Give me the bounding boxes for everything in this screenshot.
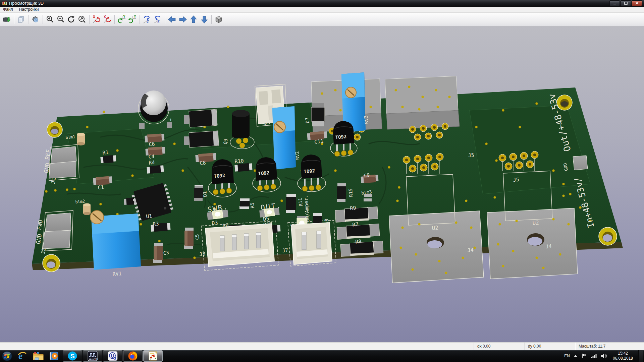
reload-board-button[interactable] xyxy=(1,14,12,25)
label-to92-4: TO92 xyxy=(335,134,347,140)
arrow-down-icon xyxy=(200,15,209,24)
label-r7: R7 xyxy=(352,222,359,228)
redraw-icon xyxy=(67,15,76,24)
svg-text:Z: Z xyxy=(147,20,149,24)
language-indicator[interactable]: EN xyxy=(564,354,570,358)
label-j3: J3 xyxy=(199,251,206,257)
rotate-z-ccw-button[interactable]: Z xyxy=(152,14,163,25)
status-dy: dy 0.00 xyxy=(528,344,541,349)
close-button[interactable] xyxy=(632,0,642,6)
label-to92-1: TO92 xyxy=(214,173,225,179)
label-to92-3: TO92 xyxy=(304,168,315,175)
label-r13: R13 xyxy=(323,219,330,228)
maximize-button[interactable] xyxy=(621,0,631,6)
label-c5: C5 xyxy=(194,234,200,240)
label-u2-right: U2 xyxy=(532,220,539,226)
label-c9: C9 xyxy=(364,172,370,178)
label-r3: R3 xyxy=(153,221,159,228)
svg-text:3: 3 xyxy=(114,357,116,360)
zoom-to-fit-button[interactable] xyxy=(77,14,88,25)
taskbar-windows-explorer[interactable] xyxy=(30,350,46,362)
ortho-view-button[interactable] xyxy=(213,14,224,25)
viewport-3d[interactable]: REF GND J1 FWD GND J2 blm1 blm2 R1 C1 C6… xyxy=(0,26,644,342)
bead-blm1 xyxy=(77,133,85,145)
taskbar-app-u3[interactable]: U 3 xyxy=(103,350,122,362)
label-r15: R15 xyxy=(347,188,354,197)
window-title: Просмотрщик 3D xyxy=(9,1,44,6)
label-plus: + xyxy=(169,117,172,123)
analyzer-icon-label: open/PSDA xyxy=(89,358,98,360)
media-player-icon xyxy=(49,351,60,361)
taskbar-app-skype[interactable]: S xyxy=(63,350,82,362)
label-r6: R6 xyxy=(222,222,229,229)
menu-file[interactable]: Файл xyxy=(0,7,16,13)
move-down-button[interactable] xyxy=(199,14,210,25)
label-q3: Q3 xyxy=(222,138,228,145)
start-button[interactable] xyxy=(0,350,14,362)
taskbar-app-kicad[interactable] xyxy=(143,350,163,362)
svg-text:Y: Y xyxy=(134,15,136,18)
trimmer-rv1 xyxy=(90,210,141,270)
taskbar-app-firefox[interactable] xyxy=(123,350,143,362)
action-center-flag-icon[interactable] xyxy=(581,353,587,359)
reload-board-icon xyxy=(2,15,11,24)
svg-text:X: X xyxy=(104,15,106,19)
rotate-x-ccw-button[interactable]: X xyxy=(102,14,113,25)
label-to92-2: TO92 xyxy=(258,170,270,177)
bead-blm2 xyxy=(83,203,91,215)
connector-j1-pads xyxy=(49,146,76,178)
label-j1: J1 xyxy=(50,177,57,184)
rotate-x-cw-button[interactable]: X xyxy=(91,14,102,25)
taskbar-media-player[interactable] xyxy=(46,350,62,362)
tray-clock[interactable]: 15:42 06.08.2018 xyxy=(611,351,635,361)
label-j2: J2 xyxy=(40,248,47,255)
network-signal-icon[interactable] xyxy=(591,353,597,359)
windows-start-icon xyxy=(2,351,12,361)
svg-text:Z: Z xyxy=(157,20,160,24)
taskbar-app-analyzer[interactable]: open/PSDA xyxy=(83,350,102,362)
rotate-y-cw-button[interactable]: Y xyxy=(116,14,127,25)
label-r5: R5 xyxy=(249,202,255,208)
folder-icon xyxy=(33,351,44,361)
settings-button[interactable] xyxy=(30,14,41,25)
resistors-power xyxy=(335,207,383,257)
label-c8: C8 xyxy=(200,160,206,167)
system-tray: EN 15:42 06.08.2018 xyxy=(564,350,644,362)
zoom-out-icon xyxy=(56,15,65,24)
volume-icon[interactable] xyxy=(601,353,607,359)
zoom-in-icon xyxy=(46,15,54,24)
label-rv2: RV2 xyxy=(294,151,301,160)
label-rv3: RV3 xyxy=(363,115,369,124)
status-scale: Масштаб: 11.7 xyxy=(579,344,605,349)
menu-settings[interactable]: Настройки xyxy=(16,7,42,13)
menu-bar: Файл Настройки xyxy=(0,7,644,13)
label-d1: D1 xyxy=(202,191,208,197)
tray-time: 15:42 xyxy=(613,351,633,356)
hidden-icons-chevron[interactable] xyxy=(573,354,578,358)
label-c1: C1 xyxy=(98,184,104,191)
move-up-button[interactable] xyxy=(188,14,199,25)
internet-explorer-icon: e xyxy=(17,351,28,361)
label-j6: J6 xyxy=(264,119,270,126)
copy-image-button[interactable] xyxy=(16,14,26,25)
zoom-in-button[interactable] xyxy=(45,14,55,25)
minimize-button[interactable] xyxy=(609,0,620,6)
skype-icon: S xyxy=(67,351,77,361)
taskbar-internet-explorer[interactable]: e xyxy=(14,350,30,362)
rotate-x-cw-icon: X xyxy=(92,15,101,24)
rotate-z-cw-button[interactable]: Z xyxy=(142,14,152,25)
zoom-out-button[interactable] xyxy=(55,14,66,25)
move-left-button[interactable] xyxy=(167,14,177,25)
copy-icon xyxy=(17,15,25,24)
redraw-button[interactable] xyxy=(66,14,77,25)
tray-date: 06.08.2018 xyxy=(613,356,633,361)
label-u2-left: U2 xyxy=(432,225,439,231)
rotate-y-ccw-button[interactable]: Y xyxy=(127,14,138,25)
label-u1: U1 xyxy=(146,213,152,220)
diode-pack-2 xyxy=(184,131,219,147)
rotate-y-cw-icon: Y xyxy=(117,15,126,24)
connector-j2-pads xyxy=(43,213,71,249)
label-j4-right: J4 xyxy=(545,243,552,250)
show-desktop-button[interactable] xyxy=(638,350,643,362)
move-right-button[interactable] xyxy=(177,14,188,25)
